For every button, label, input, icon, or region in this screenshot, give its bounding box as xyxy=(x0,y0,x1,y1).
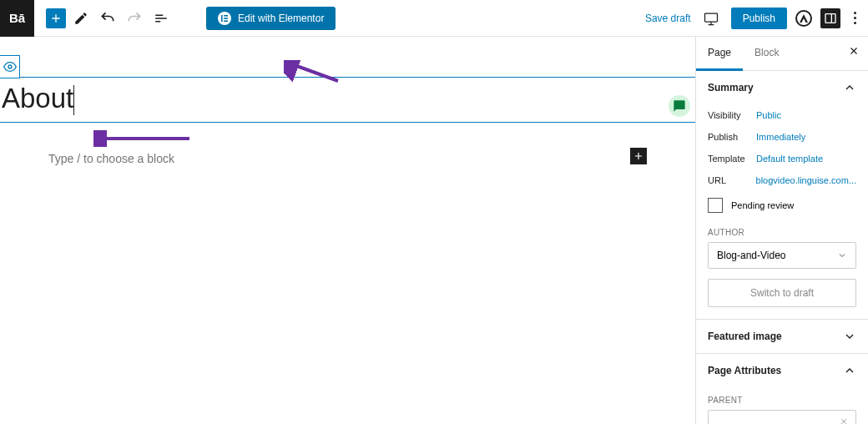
elementor-label: Edit with Elementor xyxy=(238,13,324,24)
summary-body: Visibility Public Publish Immediately Te… xyxy=(696,104,868,319)
url-row: URL blogvideo.linguise.com... xyxy=(708,169,856,191)
editor-content: About Type / to choose a block xyxy=(0,37,695,424)
pencil-icon xyxy=(73,11,88,26)
sidebar-tabs: Page Block xyxy=(696,37,868,71)
title-block[interactable]: About xyxy=(0,77,695,123)
chevron-up-icon xyxy=(843,81,856,94)
edit-mode-button[interactable] xyxy=(69,7,93,30)
main-area: About Type / to choose a block Page Bloc… xyxy=(0,37,868,424)
options-menu-button[interactable] xyxy=(849,12,861,24)
close-icon xyxy=(848,45,860,57)
chevron-down-icon xyxy=(843,330,856,343)
dot-icon xyxy=(854,17,856,19)
template-label: Template xyxy=(708,154,756,164)
redo-button xyxy=(123,7,146,30)
author-heading: AUTHOR xyxy=(708,228,856,237)
close-panel-button[interactable] xyxy=(848,45,860,57)
list-view-button[interactable] xyxy=(149,7,173,30)
astra-settings-button[interactable] xyxy=(795,10,812,27)
dot-icon xyxy=(854,22,856,24)
dot-icon xyxy=(854,12,856,14)
publish-label: Publish xyxy=(708,132,756,142)
author-select[interactable]: Blog-and-Video xyxy=(708,242,856,269)
undo-icon xyxy=(99,10,116,27)
url-label: URL xyxy=(708,175,756,185)
elementor-logo-icon xyxy=(218,12,231,25)
settings-panel-toggle[interactable] xyxy=(820,8,840,28)
publish-row: Publish Immediately xyxy=(708,126,856,148)
svg-rect-0 xyxy=(221,15,223,22)
preview-eye-tab[interactable] xyxy=(0,55,20,78)
eye-icon xyxy=(3,60,17,73)
publish-button[interactable]: Publish xyxy=(731,8,787,29)
top-toolbar: Bā Edit with Elementor Save draft Publis… xyxy=(0,0,868,37)
clear-parent-button[interactable] xyxy=(839,416,849,424)
preview-button[interactable] xyxy=(699,7,723,30)
block-placeholder-text: Type / to choose a block xyxy=(48,152,174,165)
summary-title: Summary xyxy=(708,82,754,93)
url-value[interactable]: blogvideo.linguise.com... xyxy=(756,175,856,185)
edit-with-elementor-button[interactable]: Edit with Elementor xyxy=(206,7,336,30)
visibility-value[interactable]: Public xyxy=(756,110,781,120)
plus-icon xyxy=(49,12,63,25)
svg-rect-3 xyxy=(224,20,228,22)
title-text: About xyxy=(2,83,73,114)
settings-sidebar: Page Block Summary Visibility Public Pub… xyxy=(695,37,868,424)
pending-review-row: Pending review xyxy=(708,191,856,220)
add-block-button[interactable] xyxy=(46,8,66,28)
featured-image-title: Featured image xyxy=(708,331,782,342)
list-view-icon xyxy=(154,11,169,26)
plus-icon xyxy=(633,150,644,162)
annotation-arrow-icon xyxy=(93,130,194,147)
save-draft-link[interactable]: Save draft xyxy=(645,13,691,24)
page-attributes-panel: Page Attributes PARENT xyxy=(696,354,868,424)
close-icon xyxy=(839,416,849,424)
sidebar-icon xyxy=(824,12,837,25)
undo-button[interactable] xyxy=(96,7,119,30)
svg-rect-1 xyxy=(224,15,228,17)
redo-icon xyxy=(126,10,143,27)
author-value: Blog-and-Video xyxy=(717,250,786,261)
astra-icon xyxy=(799,13,809,23)
publish-value[interactable]: Immediately xyxy=(756,132,805,142)
template-row: Template Default template xyxy=(708,148,856,169)
desktop-icon xyxy=(703,10,719,27)
svg-rect-5 xyxy=(825,13,835,23)
block-insert-area[interactable]: Type / to choose a block xyxy=(48,151,647,166)
summary-panel: Summary Visibility Public Publish Immedi… xyxy=(696,71,868,320)
text-cursor xyxy=(73,85,74,115)
svg-point-7 xyxy=(8,65,12,68)
featured-image-header[interactable]: Featured image xyxy=(696,320,868,353)
svg-rect-2 xyxy=(224,18,228,19)
visibility-row: Visibility Public xyxy=(708,104,856,126)
visibility-label: Visibility xyxy=(708,110,756,120)
chat-assist-button[interactable] xyxy=(669,95,690,117)
chevron-down-icon xyxy=(837,250,847,260)
toolbar-left: Edit with Elementor xyxy=(34,7,336,30)
toolbar-right: Save draft Publish xyxy=(645,7,868,30)
summary-header[interactable]: Summary xyxy=(696,71,868,104)
parent-select[interactable] xyxy=(708,410,856,424)
page-attributes-header[interactable]: Page Attributes xyxy=(696,354,868,387)
page-title-input[interactable]: About xyxy=(0,83,74,114)
page-attributes-title: Page Attributes xyxy=(708,365,781,376)
pending-review-label: Pending review xyxy=(731,200,794,210)
featured-image-panel: Featured image xyxy=(696,320,868,354)
site-logo[interactable]: Bā xyxy=(0,0,34,37)
switch-to-draft-button[interactable]: Switch to draft xyxy=(708,279,856,307)
tab-block[interactable]: Block xyxy=(743,37,790,70)
parent-heading: PARENT xyxy=(708,396,856,405)
chevron-up-icon xyxy=(843,364,856,377)
template-value[interactable]: Default template xyxy=(756,154,823,164)
chat-icon xyxy=(673,99,686,113)
svg-rect-4 xyxy=(704,13,717,22)
tab-page[interactable]: Page xyxy=(696,37,743,71)
page-attributes-body: PARENT xyxy=(696,396,868,424)
pending-review-checkbox[interactable] xyxy=(708,198,723,213)
add-block-inline-button[interactable] xyxy=(630,148,647,164)
